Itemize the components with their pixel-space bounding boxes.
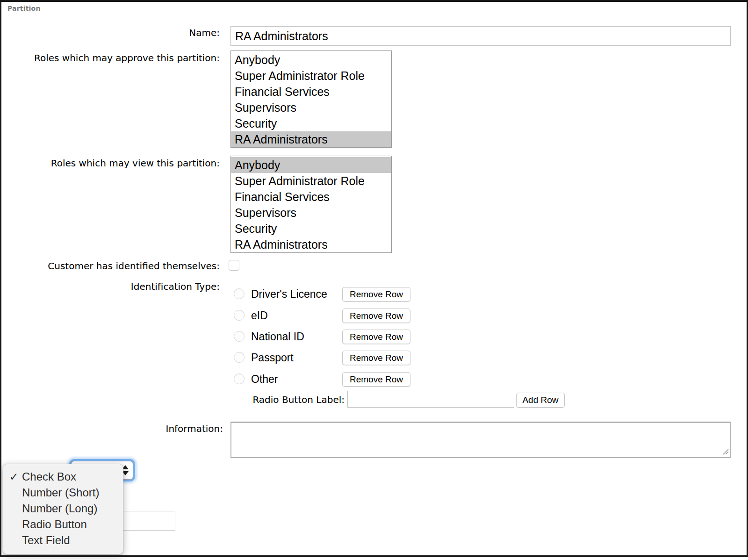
listbox-option[interactable]: Financial Services bbox=[231, 189, 391, 205]
identification-radio[interactable] bbox=[234, 310, 245, 321]
identification-option-label: Other bbox=[251, 368, 278, 390]
customer-identified-label: Customer has identified themselves: bbox=[0, 260, 220, 272]
menu-item-text-field[interactable]: Text Field bbox=[3, 532, 123, 548]
menu-item-label: Radio Button bbox=[22, 518, 87, 531]
listbox-option[interactable]: Super Administrator Role bbox=[231, 68, 391, 84]
approve-roles-listbox[interactable]: Anybody Super Administrator Role Financi… bbox=[230, 50, 392, 148]
field-label-input[interactable] bbox=[117, 511, 175, 531]
remove-row-button[interactable]: Remove Row bbox=[342, 372, 410, 387]
menu-item-number-short[interactable]: Number (Short) bbox=[3, 485, 123, 501]
information-textarea[interactable] bbox=[230, 422, 731, 458]
listbox-option-selected[interactable]: Anybody bbox=[231, 157, 391, 173]
view-roles-label: Roles which may view this partition: bbox=[0, 158, 220, 169]
listbox-option[interactable]: RA Administrators bbox=[231, 237, 391, 252]
identification-row: eID Remove Row bbox=[0, 305, 748, 326]
radio-button-label-input[interactable] bbox=[347, 391, 514, 408]
listbox-option[interactable]: Security bbox=[231, 115, 391, 131]
checkmark-icon: ✓ bbox=[9, 469, 18, 485]
customer-identified-checkbox[interactable] bbox=[229, 260, 239, 271]
resize-handle-icon[interactable] bbox=[722, 448, 729, 455]
listbox-option[interactable]: Security bbox=[231, 221, 391, 237]
information-label: Information: bbox=[0, 423, 223, 434]
identification-row: National ID Remove Row bbox=[0, 326, 748, 347]
identification-radio[interactable] bbox=[234, 352, 245, 363]
menu-item-label: Number (Short) bbox=[22, 486, 99, 499]
identification-option-label: eID bbox=[251, 305, 268, 326]
identification-row: Other Remove Row bbox=[0, 368, 748, 390]
menu-item-number-long[interactable]: Number (Long) bbox=[3, 501, 123, 517]
listbox-option-selected[interactable]: RA Administrators bbox=[231, 131, 391, 147]
field-type-menu: ✓ Check Box Number (Short) Number (Long)… bbox=[3, 464, 123, 554]
identification-radio[interactable] bbox=[234, 331, 245, 342]
identification-radio[interactable] bbox=[234, 373, 245, 384]
name-input[interactable] bbox=[230, 26, 731, 46]
remove-row-button[interactable]: Remove Row bbox=[342, 330, 410, 344]
add-row-button[interactable]: Add Row bbox=[516, 393, 565, 408]
remove-row-button[interactable]: Remove Row bbox=[342, 287, 410, 302]
listbox-option[interactable]: Financial Services bbox=[231, 84, 391, 100]
identification-option-label: National ID bbox=[251, 326, 304, 347]
identification-radio[interactable] bbox=[234, 288, 245, 299]
remove-row-button[interactable]: Remove Row bbox=[342, 351, 410, 365]
listbox-option[interactable]: Anybody bbox=[231, 52, 391, 68]
menu-item-label: Number (Long) bbox=[22, 502, 97, 515]
identification-row: Driver's Licence Remove Row bbox=[0, 283, 748, 305]
listbox-option[interactable]: Supervisors bbox=[231, 100, 391, 115]
listbox-option[interactable]: Super Administrator Role bbox=[231, 173, 391, 189]
radio-button-label-label: Radio Button Label: bbox=[0, 394, 345, 405]
section-title: Partition bbox=[7, 5, 41, 12]
identification-option-label: Driver's Licence bbox=[251, 283, 327, 305]
menu-item-radio-button[interactable]: Radio Button bbox=[3, 517, 123, 532]
listbox-option[interactable]: Supervisors bbox=[231, 205, 391, 221]
menu-item-label: Text Field bbox=[22, 534, 70, 546]
name-label: Name: bbox=[0, 27, 220, 38]
remove-row-button[interactable]: Remove Row bbox=[342, 309, 410, 323]
approve-roles-label: Roles which may approve this partition: bbox=[0, 52, 220, 64]
menu-item-label: Check Box bbox=[22, 470, 76, 483]
identification-option-label: Passport bbox=[251, 347, 294, 368]
identification-row: Passport Remove Row bbox=[0, 347, 748, 368]
view-roles-listbox[interactable]: Anybody Super Administrator Role Financi… bbox=[230, 156, 392, 253]
menu-item-check-box[interactable]: ✓ Check Box bbox=[3, 469, 123, 485]
